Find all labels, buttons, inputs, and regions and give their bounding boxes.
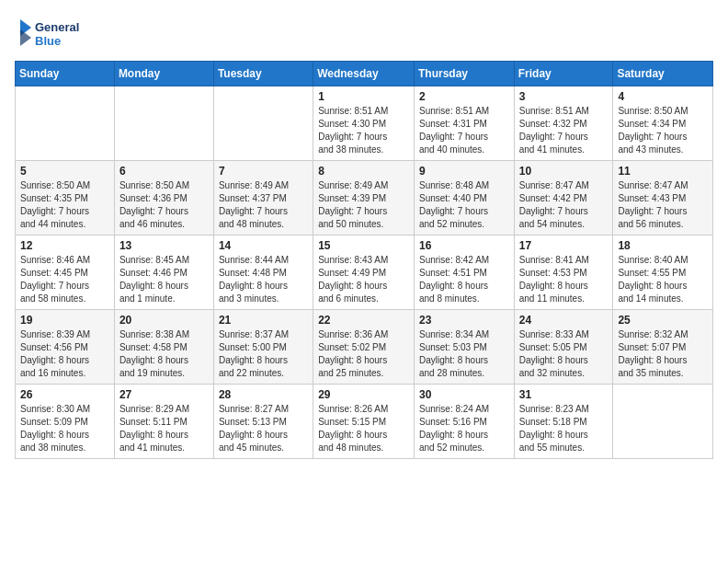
day-info: Sunrise: 8:26 AM Sunset: 5:15 PM Dayligh… bbox=[318, 403, 409, 454]
day-info: Sunrise: 8:27 AM Sunset: 5:13 PM Dayligh… bbox=[219, 403, 308, 454]
day-info: Sunrise: 8:23 AM Sunset: 5:18 PM Dayligh… bbox=[519, 403, 609, 454]
week-row-3: 12Sunrise: 8:46 AM Sunset: 4:45 PM Dayli… bbox=[16, 236, 713, 310]
calendar-cell: 29Sunrise: 8:26 AM Sunset: 5:15 PM Dayli… bbox=[313, 385, 415, 459]
day-number: 30 bbox=[419, 388, 509, 401]
calendar-cell: 12Sunrise: 8:46 AM Sunset: 4:45 PM Dayli… bbox=[16, 236, 115, 310]
weekday-header-sunday: Sunday bbox=[16, 62, 115, 86]
day-info: Sunrise: 8:48 AM Sunset: 4:40 PM Dayligh… bbox=[419, 179, 509, 231]
week-row-2: 5Sunrise: 8:50 AM Sunset: 4:35 PM Daylig… bbox=[16, 161, 713, 236]
day-number: 2 bbox=[419, 90, 509, 103]
day-number: 21 bbox=[219, 314, 308, 327]
calendar-cell: 18Sunrise: 8:40 AM Sunset: 4:55 PM Dayli… bbox=[613, 236, 713, 310]
day-info: Sunrise: 8:36 AM Sunset: 5:02 PM Dayligh… bbox=[318, 328, 409, 380]
day-number: 27 bbox=[119, 388, 209, 401]
calendar-cell: 17Sunrise: 8:41 AM Sunset: 4:53 PM Dayli… bbox=[514, 236, 613, 310]
day-number: 19 bbox=[20, 314, 109, 327]
calendar-cell: 22Sunrise: 8:36 AM Sunset: 5:02 PM Dayli… bbox=[313, 310, 415, 385]
day-info: Sunrise: 8:44 AM Sunset: 4:48 PM Dayligh… bbox=[219, 254, 308, 305]
day-number: 12 bbox=[20, 239, 109, 252]
calendar-cell: 10Sunrise: 8:47 AM Sunset: 4:42 PM Dayli… bbox=[514, 161, 613, 236]
day-number: 23 bbox=[419, 314, 509, 327]
day-info: Sunrise: 8:37 AM Sunset: 5:00 PM Dayligh… bbox=[219, 328, 308, 380]
day-number: 6 bbox=[119, 165, 209, 178]
day-number: 13 bbox=[119, 239, 209, 252]
weekday-header-wednesday: Wednesday bbox=[313, 62, 415, 86]
day-number: 1 bbox=[318, 90, 409, 103]
day-number: 26 bbox=[20, 388, 109, 401]
day-number: 16 bbox=[419, 239, 509, 252]
calendar-cell: 11Sunrise: 8:47 AM Sunset: 4:43 PM Dayli… bbox=[613, 161, 713, 236]
weekday-header-tuesday: Tuesday bbox=[213, 62, 313, 86]
day-info: Sunrise: 8:47 AM Sunset: 4:42 PM Dayligh… bbox=[519, 179, 609, 231]
day-info: Sunrise: 8:24 AM Sunset: 5:16 PM Dayligh… bbox=[419, 403, 509, 454]
calendar-cell: 7Sunrise: 8:49 AM Sunset: 4:37 PM Daylig… bbox=[213, 161, 313, 236]
day-info: Sunrise: 8:30 AM Sunset: 5:09 PM Dayligh… bbox=[20, 403, 109, 454]
day-info: Sunrise: 8:41 AM Sunset: 4:53 PM Dayligh… bbox=[519, 254, 609, 305]
calendar-cell: 26Sunrise: 8:30 AM Sunset: 5:09 PM Dayli… bbox=[16, 385, 115, 459]
day-number: 24 bbox=[519, 314, 609, 327]
day-number: 25 bbox=[618, 314, 708, 327]
day-number: 18 bbox=[618, 239, 708, 252]
day-number: 3 bbox=[519, 90, 609, 103]
day-number: 5 bbox=[20, 165, 109, 178]
logo: General Blue bbox=[15, 15, 97, 52]
svg-marker-3 bbox=[20, 29, 31, 46]
weekday-header-saturday: Saturday bbox=[613, 62, 713, 86]
day-number: 17 bbox=[519, 239, 609, 252]
week-row-5: 26Sunrise: 8:30 AM Sunset: 5:09 PM Dayli… bbox=[16, 385, 713, 459]
calendar-cell: 3Sunrise: 8:51 AM Sunset: 4:32 PM Daylig… bbox=[514, 86, 613, 161]
day-number: 14 bbox=[219, 239, 308, 252]
day-info: Sunrise: 8:51 AM Sunset: 4:31 PM Dayligh… bbox=[419, 105, 509, 156]
day-info: Sunrise: 8:29 AM Sunset: 5:11 PM Dayligh… bbox=[119, 403, 209, 454]
day-info: Sunrise: 8:50 AM Sunset: 4:36 PM Dayligh… bbox=[119, 179, 209, 231]
calendar-cell: 25Sunrise: 8:32 AM Sunset: 5:07 PM Dayli… bbox=[613, 310, 713, 385]
weekday-header-friday: Friday bbox=[514, 62, 613, 86]
day-info: Sunrise: 8:43 AM Sunset: 4:49 PM Dayligh… bbox=[318, 254, 409, 305]
day-info: Sunrise: 8:49 AM Sunset: 4:37 PM Dayligh… bbox=[219, 179, 308, 231]
calendar-cell: 13Sunrise: 8:45 AM Sunset: 4:46 PM Dayli… bbox=[114, 236, 213, 310]
day-number: 11 bbox=[618, 165, 708, 178]
header: General Blue bbox=[15, 15, 713, 52]
day-number: 15 bbox=[318, 239, 409, 252]
day-number: 28 bbox=[219, 388, 308, 401]
weekday-header-row: SundayMondayTuesdayWednesdayThursdayFrid… bbox=[16, 62, 713, 86]
day-number: 31 bbox=[519, 388, 609, 401]
weekday-header-monday: Monday bbox=[114, 62, 213, 86]
logo-svg: General Blue bbox=[15, 15, 97, 52]
day-info: Sunrise: 8:32 AM Sunset: 5:07 PM Dayligh… bbox=[618, 328, 708, 380]
day-info: Sunrise: 8:51 AM Sunset: 4:30 PM Dayligh… bbox=[318, 105, 409, 156]
calendar-cell bbox=[114, 86, 213, 161]
calendar-cell: 15Sunrise: 8:43 AM Sunset: 4:49 PM Dayli… bbox=[313, 236, 415, 310]
calendar-cell: 8Sunrise: 8:49 AM Sunset: 4:39 PM Daylig… bbox=[313, 161, 415, 236]
week-row-1: 1Sunrise: 8:51 AM Sunset: 4:30 PM Daylig… bbox=[16, 86, 713, 161]
calendar-cell: 1Sunrise: 8:51 AM Sunset: 4:30 PM Daylig… bbox=[313, 86, 415, 161]
calendar-cell: 21Sunrise: 8:37 AM Sunset: 5:00 PM Dayli… bbox=[213, 310, 313, 385]
day-number: 29 bbox=[318, 388, 409, 401]
calendar-cell: 23Sunrise: 8:34 AM Sunset: 5:03 PM Dayli… bbox=[414, 310, 514, 385]
calendar-cell: 14Sunrise: 8:44 AM Sunset: 4:48 PM Dayli… bbox=[213, 236, 313, 310]
calendar-cell: 6Sunrise: 8:50 AM Sunset: 4:36 PM Daylig… bbox=[114, 161, 213, 236]
calendar-cell: 2Sunrise: 8:51 AM Sunset: 4:31 PM Daylig… bbox=[414, 86, 514, 161]
day-number: 7 bbox=[219, 165, 308, 178]
day-info: Sunrise: 8:51 AM Sunset: 4:32 PM Dayligh… bbox=[519, 105, 609, 156]
calendar-cell: 20Sunrise: 8:38 AM Sunset: 4:58 PM Dayli… bbox=[114, 310, 213, 385]
day-info: Sunrise: 8:42 AM Sunset: 4:51 PM Dayligh… bbox=[419, 254, 509, 305]
day-number: 22 bbox=[318, 314, 409, 327]
calendar-cell: 16Sunrise: 8:42 AM Sunset: 4:51 PM Dayli… bbox=[414, 236, 514, 310]
calendar-cell: 5Sunrise: 8:50 AM Sunset: 4:35 PM Daylig… bbox=[16, 161, 115, 236]
calendar-cell: 31Sunrise: 8:23 AM Sunset: 5:18 PM Dayli… bbox=[514, 385, 613, 459]
calendar-cell bbox=[16, 86, 115, 161]
calendar-cell: 28Sunrise: 8:27 AM Sunset: 5:13 PM Dayli… bbox=[213, 385, 313, 459]
day-info: Sunrise: 8:38 AM Sunset: 4:58 PM Dayligh… bbox=[119, 328, 209, 380]
day-info: Sunrise: 8:39 AM Sunset: 4:56 PM Dayligh… bbox=[20, 328, 109, 380]
day-info: Sunrise: 8:40 AM Sunset: 4:55 PM Dayligh… bbox=[618, 254, 708, 305]
day-number: 10 bbox=[519, 165, 609, 178]
day-info: Sunrise: 8:50 AM Sunset: 4:34 PM Dayligh… bbox=[618, 105, 708, 156]
calendar-cell: 4Sunrise: 8:50 AM Sunset: 4:34 PM Daylig… bbox=[613, 86, 713, 161]
calendar-cell: 24Sunrise: 8:33 AM Sunset: 5:05 PM Dayli… bbox=[514, 310, 613, 385]
day-info: Sunrise: 8:45 AM Sunset: 4:46 PM Dayligh… bbox=[119, 254, 209, 305]
day-number: 9 bbox=[419, 165, 509, 178]
day-info: Sunrise: 8:34 AM Sunset: 5:03 PM Dayligh… bbox=[419, 328, 509, 380]
calendar-cell: 27Sunrise: 8:29 AM Sunset: 5:11 PM Dayli… bbox=[114, 385, 213, 459]
day-info: Sunrise: 8:50 AM Sunset: 4:35 PM Dayligh… bbox=[20, 179, 109, 231]
